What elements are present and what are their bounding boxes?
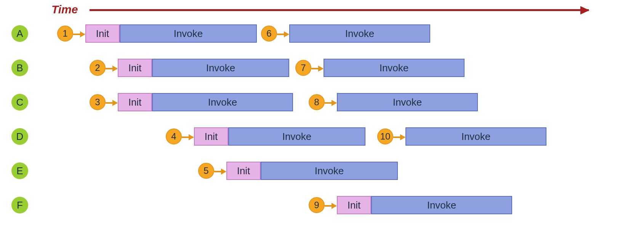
request-badge-5: 5 [198, 163, 214, 179]
time-axis-arrow [90, 9, 589, 11]
time-axis-label: Time [51, 3, 78, 16]
invoke-segment-3: Invoke [152, 93, 293, 111]
request-arrow-8 [325, 102, 336, 104]
request-arrow-6 [277, 34, 288, 35]
lane-badge-A: A [11, 25, 28, 42]
init-segment-1: Init [85, 24, 120, 43]
request-arrow-1 [73, 34, 85, 35]
invoke-segment-1: Invoke [120, 24, 257, 43]
lane-badge-C: C [11, 94, 28, 111]
init-segment-5: Init [226, 162, 261, 180]
request-badge-7: 7 [295, 60, 311, 76]
request-badge-2: 2 [90, 60, 106, 76]
lane-badge-E: E [11, 162, 28, 179]
request-badge-3: 3 [90, 94, 106, 110]
invoke-segment-7: Invoke [324, 59, 465, 77]
concurrency-diagram: Time ABCDEF1InitInvoke6Invoke2InitInvoke… [0, 0, 644, 244]
invoke-segment-5: Invoke [261, 162, 398, 180]
request-badge-10: 10 [377, 128, 393, 144]
request-arrow-5 [214, 171, 226, 172]
lane-badge-B: B [11, 59, 28, 76]
request-badge-8: 8 [309, 94, 325, 110]
request-badge-6: 6 [261, 26, 277, 42]
request-badge-4: 4 [166, 128, 182, 144]
request-arrow-3 [106, 102, 117, 104]
init-segment-4: Init [194, 127, 228, 146]
invoke-segment-2: Invoke [152, 59, 289, 77]
request-arrow-4 [182, 136, 193, 138]
request-arrow-10 [393, 136, 405, 138]
request-badge-1: 1 [57, 26, 73, 42]
request-arrow-9 [325, 205, 336, 207]
invoke-segment-4: Invoke [228, 127, 365, 146]
request-badge-9: 9 [309, 197, 325, 213]
invoke-segment-6: Invoke [289, 24, 430, 43]
invoke-segment-10: Invoke [405, 127, 546, 146]
request-arrow-7 [311, 68, 323, 69]
lane-badge-F: F [11, 197, 28, 214]
request-arrow-2 [106, 68, 117, 69]
invoke-segment-8: Invoke [337, 93, 478, 111]
init-segment-2: Init [118, 59, 152, 77]
lane-badge-D: D [11, 128, 28, 145]
init-segment-3: Init [118, 93, 152, 111]
invoke-segment-9: Invoke [371, 196, 512, 214]
init-segment-9: Init [337, 196, 371, 214]
